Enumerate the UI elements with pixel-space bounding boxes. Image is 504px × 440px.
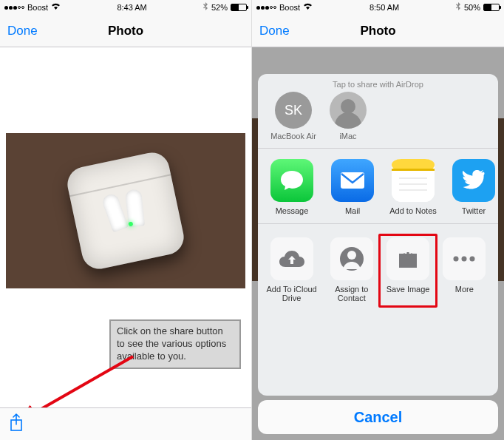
- clock-label: 8:50 AM: [370, 3, 399, 12]
- action-label: Add To iCloud Drive: [262, 285, 321, 304]
- airdrop-target-label: iMac: [339, 132, 356, 141]
- clock-label: 8:43 AM: [117, 3, 146, 12]
- status-bar: Boost 8:43 AM 52%: [0, 0, 251, 15]
- svg-point-15: [470, 256, 475, 261]
- done-button[interactable]: Done: [259, 24, 290, 38]
- mail-app-icon: [331, 159, 374, 202]
- action-more[interactable]: More: [435, 237, 494, 304]
- bluetooth-icon: [203, 2, 208, 13]
- page-title: Photo: [108, 24, 143, 38]
- share-app-message[interactable]: Message: [262, 159, 321, 216]
- nav-bar: Done Photo: [0, 15, 251, 47]
- wifi-icon: [51, 2, 61, 13]
- bottom-toolbar: [0, 407, 251, 440]
- svg-rect-12: [405, 248, 411, 252]
- carrier-label: Boost: [27, 3, 48, 12]
- save-image-icon: [386, 237, 429, 280]
- share-app-row[interactable]: Message Mail Add to Notes Twitter: [258, 149, 498, 223]
- app-label: Add to Notes: [389, 206, 437, 216]
- signal-dots-icon: [4, 6, 24, 10]
- message-app-icon: [270, 159, 313, 202]
- avatar-initials-icon: SK: [275, 92, 312, 129]
- action-add-icloud[interactable]: Add To iCloud Drive: [262, 237, 321, 304]
- more-dots-icon: [443, 237, 486, 280]
- wifi-icon: [303, 2, 313, 13]
- svg-point-10: [347, 251, 356, 260]
- nav-bar: Done Photo: [252, 15, 504, 47]
- airdrop-target-label: MacBook Air: [270, 132, 316, 141]
- avatar-silhouette-icon: [330, 92, 367, 129]
- notes-app-icon: [392, 159, 435, 202]
- page-title: Photo: [360, 24, 395, 38]
- cancel-button[interactable]: Cancel: [258, 400, 498, 434]
- bluetooth-icon: [456, 2, 461, 13]
- app-label: Twitter: [462, 206, 486, 216]
- photo-image: [6, 133, 245, 288]
- photo-viewer[interactable]: [6, 133, 245, 288]
- share-action-row[interactable]: Add To iCloud Drive Assign to Contact Sa…: [258, 224, 498, 314]
- app-label: Mail: [345, 206, 360, 216]
- battery-pct-label: 50%: [464, 3, 480, 12]
- screenshot-left: Boost 8:43 AM 52% Done Photo Click on th…: [0, 0, 252, 440]
- icloud-upload-icon: [270, 237, 313, 280]
- svg-line-0: [30, 356, 133, 416]
- svg-point-14: [462, 256, 467, 261]
- share-app-notes[interactable]: Add to Notes: [384, 159, 443, 216]
- action-assign-contact[interactable]: Assign to Contact: [322, 237, 381, 304]
- airdrop-target[interactable]: SK MacBook Air: [270, 92, 317, 141]
- action-save-image[interactable]: Save Image: [378, 234, 437, 308]
- share-app-twitter[interactable]: Twitter: [444, 159, 498, 216]
- battery-icon: [483, 4, 500, 11]
- share-app-mail[interactable]: Mail: [323, 159, 382, 216]
- airdrop-target[interactable]: iMac: [324, 92, 372, 141]
- signal-dots-icon: [256, 6, 276, 10]
- share-icon[interactable]: [9, 413, 24, 436]
- action-label: Assign to Contact: [322, 285, 381, 304]
- twitter-app-icon: [452, 159, 495, 202]
- action-label: Save Image: [386, 285, 430, 304]
- done-button[interactable]: Done: [7, 24, 38, 38]
- battery-pct-label: 52%: [211, 3, 228, 12]
- cancel-label: Cancel: [354, 409, 403, 426]
- battery-icon: [231, 4, 247, 11]
- svg-rect-2: [341, 172, 364, 189]
- status-bar: Boost 8:50 AM 50%: [252, 0, 504, 15]
- share-sheet: Tap to share with AirDrop SK MacBook Air…: [258, 74, 498, 396]
- svg-rect-5: [392, 169, 435, 171]
- app-label: Message: [276, 206, 309, 216]
- action-label: More: [455, 285, 474, 304]
- contact-silhouette-icon: [330, 237, 373, 280]
- screenshot-right: Boost 8:50 AM 50% Done Photo Tap to shar…: [252, 0, 504, 440]
- airdrop-row: SK MacBook Air iMac: [258, 92, 498, 148]
- carrier-label: Boost: [279, 3, 300, 12]
- airdrop-header-label: Tap to share with AirDrop: [258, 74, 498, 92]
- svg-point-13: [454, 256, 459, 261]
